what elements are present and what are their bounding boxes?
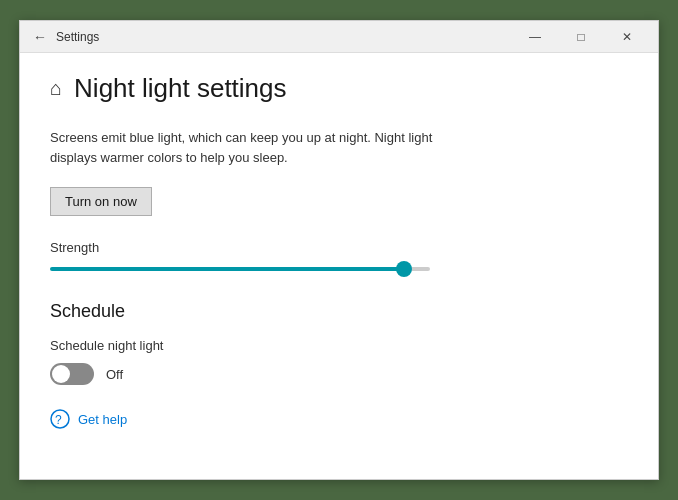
close-button[interactable]: ✕ <box>604 21 650 53</box>
get-help-row[interactable]: ? Get help <box>50 409 628 429</box>
toggle-state-label: Off <box>106 367 123 382</box>
home-icon: ⌂ <box>50 77 62 100</box>
schedule-section-title: Schedule <box>50 301 628 322</box>
minimize-button[interactable]: — <box>512 21 558 53</box>
window-controls: — □ ✕ <box>512 21 650 53</box>
window-title: Settings <box>56 30 512 44</box>
settings-window: ← Settings — □ ✕ ⌂ Night light settings … <box>19 20 659 480</box>
turn-on-now-button[interactable]: Turn on now <box>50 187 152 216</box>
toggle-row: Off <box>50 363 628 385</box>
back-button[interactable]: ← <box>28 25 52 49</box>
help-text: Get help <box>78 412 127 427</box>
page-content: ⌂ Night light settings Screens emit blue… <box>20 53 658 479</box>
toggle-knob <box>52 365 70 383</box>
page-title: Night light settings <box>74 73 286 104</box>
back-icon: ← <box>33 29 47 45</box>
schedule-night-light-label: Schedule night light <box>50 338 628 353</box>
schedule-toggle[interactable] <box>50 363 94 385</box>
strength-slider-container <box>50 267 430 271</box>
strength-slider[interactable] <box>50 267 430 271</box>
help-icon: ? <box>50 409 70 429</box>
page-header: ⌂ Night light settings <box>50 73 628 104</box>
page-description: Screens emit blue light, which can keep … <box>50 128 470 167</box>
maximize-button[interactable]: □ <box>558 21 604 53</box>
title-bar: ← Settings — □ ✕ <box>20 21 658 53</box>
strength-label: Strength <box>50 240 628 255</box>
svg-text:?: ? <box>55 413 62 427</box>
